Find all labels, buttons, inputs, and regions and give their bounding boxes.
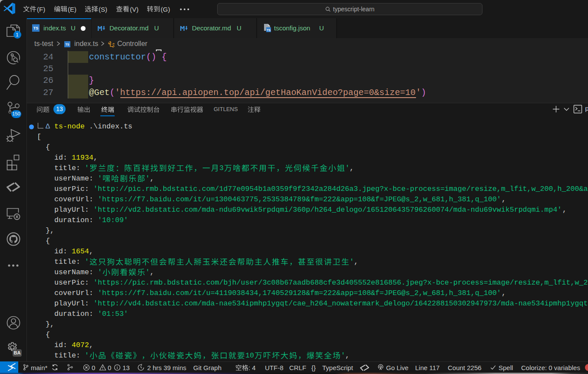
svg-text:TS: TS xyxy=(267,29,271,32)
